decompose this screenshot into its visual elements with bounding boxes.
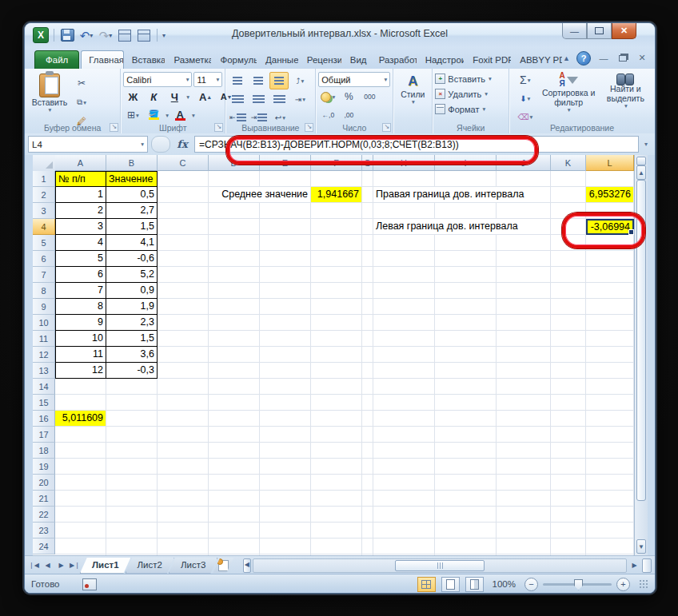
row-header-20[interactable]: 20 [33,475,55,491]
font-dialog-launcher[interactable]: ↘ [214,123,223,132]
tab-разметка[interactable]: Разметка [166,50,212,69]
underline-button[interactable]: Ч [165,88,184,105]
close-button[interactable]: ✕ [612,23,636,39]
cell-B6[interactable]: -0,6 [106,251,158,267]
orientation-icon[interactable]: ⤴▾ [290,72,309,89]
row-header-11[interactable]: 11 [33,331,55,347]
paste-button[interactable]: Вставить▾ [27,71,72,130]
cell-F2[interactable]: 1,941667 [311,187,361,202]
column-header-K[interactable]: K [551,155,586,171]
collapse-ribbon-icon[interactable]: ▲ [563,54,570,62]
row-header-4[interactable]: 4 [33,219,55,235]
align-center-icon[interactable] [249,90,268,108]
grow-font-button[interactable]: А▲ [196,88,215,105]
sheet-tab-лист1[interactable]: Лист1 [80,558,131,574]
maximize-button[interactable] [587,23,612,39]
zoom-level[interactable]: 100% [493,579,516,589]
comma-style-icon[interactable]: 000 [360,88,379,105]
cell-B11[interactable]: 1,5 [106,331,158,347]
clipboard-dialog-launcher[interactable]: ↘ [110,123,118,132]
tab-вставка[interactable]: Вставка [124,50,166,69]
percent-style-icon[interactable]: % [339,88,358,105]
expand-formula-bar-icon[interactable]: ▾ [640,141,652,148]
tab-foxit-pdf[interactable]: Foxit PDF [465,50,512,69]
column-header-G[interactable]: G [362,155,373,171]
tab-abbyy-pd[interactable]: ABBYY PD [512,50,563,69]
row-header-23[interactable]: 23 [33,523,55,539]
record-macro-icon[interactable] [82,578,97,590]
increase-decimal-icon[interactable]: ←,0 [318,106,337,124]
prev-sheet-icon[interactable]: ◀ [42,559,54,571]
column-header-F[interactable]: F [311,155,362,171]
column-header-H[interactable]: H [373,155,435,171]
row-header-8[interactable]: 8 [33,283,55,299]
row-header-14[interactable]: 14 [33,379,55,395]
row-header-1[interactable]: 1 [33,171,55,187]
row-header-13[interactable]: 13 [33,363,55,379]
row-header-10[interactable]: 10 [33,315,55,331]
insert-function-button[interactable]: fx [172,137,193,152]
bold-button[interactable]: Ж [123,88,142,105]
insert-cells-button[interactable]: Вставить▾ [435,71,506,86]
cell-L2[interactable]: 6,953276 [586,187,633,202]
tab-разработ[interactable]: Разработ [371,50,417,69]
first-sheet-icon[interactable]: ❘◀ [28,559,40,571]
cell-A8[interactable]: 7 [55,283,106,299]
cell-B2[interactable]: 0,5 [106,187,158,203]
sort-filter-button[interactable]: АЯ Сортировка и фильтр▾ [539,71,599,125]
normal-view-button[interactable] [417,577,436,592]
cell-A13[interactable]: 12 [55,363,106,379]
number-format-select[interactable]: Общий▾ [318,72,390,87]
workbook-minimize-icon[interactable]: — [597,53,610,64]
cell-B10[interactable]: 2,3 [106,315,158,331]
horizontal-split-handle[interactable] [642,558,652,573]
cell-H4[interactable]: Левая граница дов. интервала [373,219,550,234]
accounting-format-icon[interactable]: ▾ [318,88,337,105]
cell-A12[interactable]: 11 [55,347,106,363]
row-header-22[interactable]: 22 [33,507,55,523]
next-sheet-icon[interactable]: ▶ [55,559,67,571]
cell-A3[interactable]: 2 [55,203,106,219]
cell-B1[interactable]: Значение [106,171,158,187]
row-header-16[interactable]: 16 [33,411,55,427]
horizontal-scrollbar[interactable]: ◀ [253,558,627,573]
tab-формуль[interactable]: Формуль [212,50,257,69]
delete-cells-button[interactable]: Удалить▾ [435,86,506,101]
last-sheet-icon[interactable]: ▶❘ [69,559,81,571]
number-dialog-launcher[interactable]: ↘ [382,123,391,132]
cell-B13[interactable]: -0,3 [106,363,158,379]
cut-icon[interactable]: ✂ [72,74,91,92]
cell-B4[interactable]: 1,5 [106,219,158,235]
cell-A7[interactable]: 6 [55,267,106,283]
merge-center-icon[interactable]: ⇥▾ [290,90,309,108]
tab-рецензи[interactable]: Рецензи [299,50,342,69]
scroll-down-icon[interactable]: ▼ [636,539,646,554]
cell-A11[interactable]: 10 [55,331,106,347]
cell-A10[interactable]: 9 [55,315,106,331]
scroll-left-icon[interactable]: ◀ [241,558,253,571]
tab-данные[interactable]: Данные [257,50,299,69]
column-header-C[interactable]: C [158,155,209,171]
align-right-icon[interactable] [269,90,289,108]
tab-главная[interactable]: Главная [81,50,123,69]
formula-input[interactable]: =СРЗНАЧ(B2:B13)-ДОВЕРИТ.НОРМ(0,03;8;СЧЁТ… [194,136,639,153]
borders-button[interactable]: ⊞▾ [123,106,142,124]
row-header-3[interactable]: 3 [33,203,55,219]
page-break-view-button[interactable] [465,577,484,592]
row-header-7[interactable]: 7 [33,267,55,283]
cell-B3[interactable]: 2,7 [106,203,158,219]
cell-B8[interactable]: 0,9 [106,283,158,299]
tab-вид[interactable]: Вид [342,50,371,69]
row-header-12[interactable]: 12 [33,347,55,363]
horizontal-scroll-thumb[interactable] [395,560,485,571]
cell-D2[interactable]: Среднее значение [209,187,310,202]
row-header-9[interactable]: 9 [33,299,55,315]
workbook-close-icon[interactable]: ✕ [636,53,648,64]
font-color-button[interactable]: А [170,106,189,124]
cell-B5[interactable]: 4,1 [106,235,158,251]
styles-button[interactable]: А Стили ▾ [396,71,429,106]
cell-A2[interactable]: 1 [55,187,106,203]
find-select-button[interactable]: Найти и выделить▾ [599,71,652,125]
font-size-select[interactable]: 11▾ [193,72,222,87]
font-family-select[interactable]: Calibri▾ [123,72,192,87]
